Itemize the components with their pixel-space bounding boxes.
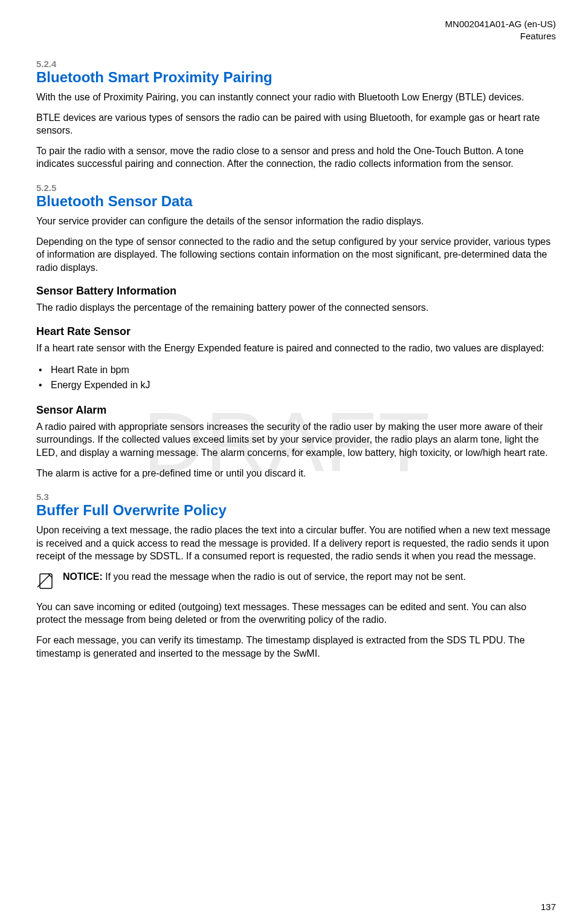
paragraph: Depending on the type of sensor connecte… bbox=[36, 235, 556, 275]
paragraph: Your service provider can configure the … bbox=[36, 215, 556, 228]
list-item: Heart Rate in bpm bbox=[36, 362, 556, 378]
paragraph: The alarm is active for a pre-defined ti… bbox=[36, 467, 556, 480]
notice-label: NOTICE: bbox=[63, 571, 103, 582]
paragraph: A radio paired with appropriate sensors … bbox=[36, 420, 556, 460]
paragraph: For each message, you can verify its tim… bbox=[36, 634, 556, 660]
section-title-524: Bluetooth Smart Proximity Pairing bbox=[36, 69, 556, 86]
paragraph: If a heart rate sensor with the Energy E… bbox=[36, 342, 556, 355]
header-section: Features bbox=[36, 30, 556, 42]
paragraph: To pair the radio with a sensor, move th… bbox=[36, 145, 556, 171]
notice-text: NOTICE: If you read the message when the… bbox=[63, 570, 466, 584]
bullet-list: Heart Rate in bpm Energy Expended in kJ bbox=[36, 362, 556, 393]
page-header: MN002041A01-AG (en-US) Features bbox=[36, 18, 556, 42]
page-number: 137 bbox=[541, 902, 556, 912]
paragraph: You can save incoming or edited (outgoin… bbox=[36, 600, 556, 626]
section-number-525: 5.2.5 bbox=[36, 183, 556, 193]
svg-line-1 bbox=[37, 575, 50, 587]
paragraph: With the use of Proximity Pairing, you c… bbox=[36, 91, 556, 104]
subsection-title-heartrate: Heart Rate Sensor bbox=[36, 325, 556, 338]
paragraph: Upon receiving a text message, the radio… bbox=[36, 524, 556, 563]
paragraph: The radio displays the percentage of the… bbox=[36, 301, 556, 314]
paragraph: BTLE devices are various types of sensor… bbox=[36, 111, 556, 137]
notice-icon bbox=[36, 571, 56, 593]
notice-body: If you read the message when the radio i… bbox=[103, 571, 466, 582]
section-number-53: 5.3 bbox=[36, 492, 556, 502]
section-title-525: Bluetooth Sensor Data bbox=[36, 193, 556, 210]
section-title-53: Buffer Full Overwrite Policy bbox=[36, 502, 556, 519]
section-number-524: 5.2.4 bbox=[36, 59, 556, 69]
list-item: Energy Expended in kJ bbox=[36, 377, 556, 393]
subsection-title-alarm: Sensor Alarm bbox=[36, 404, 556, 417]
notice-block: NOTICE: If you read the message when the… bbox=[36, 570, 556, 593]
doc-id: MN002041A01-AG (en-US) bbox=[36, 18, 556, 30]
subsection-title-battery: Sensor Battery Information bbox=[36, 285, 556, 298]
